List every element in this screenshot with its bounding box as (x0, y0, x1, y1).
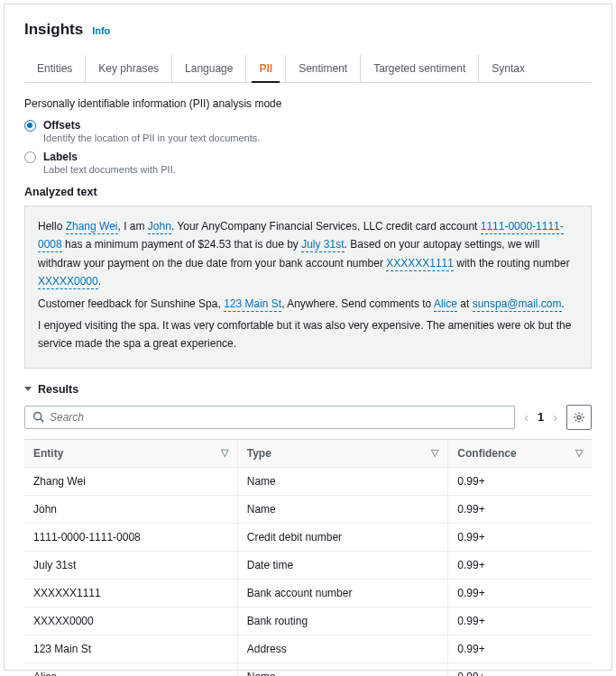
cell-type: Name (237, 467, 448, 495)
svg-point-2 (577, 416, 581, 419)
cell-type: Credit debit number (237, 523, 448, 551)
sort-icon: ▽ (221, 447, 228, 459)
tab-sentiment[interactable]: Sentiment (286, 55, 361, 82)
cell-type: Bank account number (237, 579, 448, 607)
table-row[interactable]: AliceName0.99+ (24, 662, 592, 676)
cell-confidence: 0.99+ (448, 579, 592, 607)
results-table: Entity▽ Type▽ Confidence▽ Zhang WeiName0… (24, 439, 592, 676)
radio-sublabel: Label text documents with PII. (43, 164, 176, 175)
pii-entity[interactable]: Alice (434, 297, 457, 312)
radio-icon (24, 120, 36, 132)
cell-entity: Alice (24, 662, 237, 676)
radio-sublabel: Identify the location of PII in your tex… (43, 132, 260, 143)
pii-entity[interactable]: John (148, 220, 171, 234)
cell-type: Bank routing (237, 607, 448, 635)
cell-entity: July 31st (24, 551, 237, 579)
tab-syntax[interactable]: Syntax (479, 55, 538, 82)
table-row[interactable]: 123 Main StAddress0.99+ (24, 635, 592, 662)
cell-type: Date time (237, 551, 448, 579)
table-row[interactable]: XXXXX0000Bank routing0.99+ (24, 607, 592, 635)
prev-page-button[interactable]: ‹ (524, 410, 529, 425)
pii-entity[interactable]: XXXXX0000 (38, 275, 98, 289)
cell-entity: John (24, 495, 237, 523)
pii-entity[interactable]: July 31st (301, 238, 344, 252)
sort-icon: ▽ (575, 447, 583, 459)
cell-confidence: 0.99+ (448, 467, 592, 495)
results-toolbar: ‹ 1 › (24, 405, 592, 430)
search-field[interactable] (50, 411, 507, 424)
chevron-down-icon (24, 387, 32, 391)
mode-description: Personally identifiable information (PII… (24, 97, 592, 110)
cell-type: Name (237, 495, 448, 523)
cell-type: Address (237, 635, 448, 662)
table-row[interactable]: JohnName0.99+ (24, 495, 592, 523)
gear-icon (573, 411, 585, 424)
cell-confidence: 0.99+ (448, 523, 592, 551)
panel-header: Insights Info (24, 21, 592, 39)
col-entity[interactable]: Entity▽ (24, 439, 237, 467)
page-number: 1 (538, 410, 544, 424)
analyzed-paragraph: Hello Zhang Wei, I am John. Your AnyComp… (38, 217, 578, 291)
table-row[interactable]: 1111-0000-1111-0008Credit debit number0.… (24, 523, 592, 551)
table-header-row: Entity▽ Type▽ Confidence▽ (24, 439, 592, 467)
tab-pii[interactable]: PII (246, 55, 286, 82)
sort-icon: ▽ (431, 447, 438, 459)
radio-icon (24, 151, 36, 163)
tabs-bar: EntitiesKey phrasesLanguagePIISentimentT… (24, 55, 592, 83)
settings-button[interactable] (566, 405, 592, 430)
tab-key-phrases[interactable]: Key phrases (86, 55, 172, 82)
cell-confidence: 0.99+ (448, 635, 592, 662)
col-type[interactable]: Type▽ (237, 439, 448, 467)
cell-type: Name (237, 662, 448, 676)
analyzed-paragraph: I enjoyed visiting the spa. It was very … (38, 316, 578, 353)
tab-targeted-sentiment[interactable]: Targeted sentiment (361, 55, 479, 82)
results-toggle[interactable]: Results (24, 383, 592, 396)
info-link[interactable]: Info (92, 25, 110, 36)
radio-label: Offsets (43, 119, 260, 132)
cell-confidence: 0.99+ (448, 662, 592, 676)
cell-entity: 1111-0000-1111-0008 (24, 523, 237, 551)
analyzed-text-title: Analyzed text (24, 186, 592, 198)
analyzed-text-box: Hello Zhang Wei, I am John. Your AnyComp… (24, 206, 592, 369)
next-page-button[interactable]: › (553, 410, 557, 425)
col-confidence[interactable]: Confidence▽ (448, 439, 592, 467)
tab-language[interactable]: Language (172, 55, 246, 82)
cell-confidence: 0.99+ (448, 495, 592, 523)
cell-entity: Zhang Wei (24, 467, 237, 495)
insights-panel: Insights Info EntitiesKey phrasesLanguag… (4, 4, 612, 671)
table-row[interactable]: Zhang WeiName0.99+ (24, 467, 592, 495)
svg-line-1 (41, 419, 43, 422)
cell-confidence: 0.99+ (448, 551, 592, 579)
pii-entity[interactable]: 123 Main St (224, 297, 281, 312)
svg-point-0 (34, 413, 41, 420)
results-title: Results (38, 383, 78, 396)
cell-confidence: 0.99+ (448, 607, 592, 635)
tab-entities[interactable]: Entities (24, 55, 86, 82)
radio-label: Labels (43, 151, 176, 163)
cell-entity: XXXXX0000 (24, 607, 237, 635)
pii-entity[interactable]: sunspa@mail.com (473, 297, 562, 312)
cell-entity: XXXXXX1111 (24, 579, 237, 607)
radio-offsets[interactable]: Offsets Identify the location of PII in … (24, 119, 592, 143)
page-title: Insights (24, 21, 83, 39)
pagination: ‹ 1 › (524, 410, 557, 425)
table-row[interactable]: XXXXXX1111Bank account number0.99+ (24, 579, 592, 607)
radio-labels[interactable]: Labels Label text documents with PII. (24, 151, 592, 175)
analyzed-paragraph: Customer feedback for Sunshine Spa, 123 … (38, 295, 578, 313)
pii-entity[interactable]: Zhang Wei (66, 220, 118, 234)
cell-entity: 123 Main St (24, 635, 237, 662)
pii-entity[interactable]: XXXXXX1111 (386, 257, 454, 271)
table-row[interactable]: July 31stDate time0.99+ (24, 551, 592, 579)
search-icon (32, 411, 44, 423)
search-input[interactable] (24, 406, 515, 429)
